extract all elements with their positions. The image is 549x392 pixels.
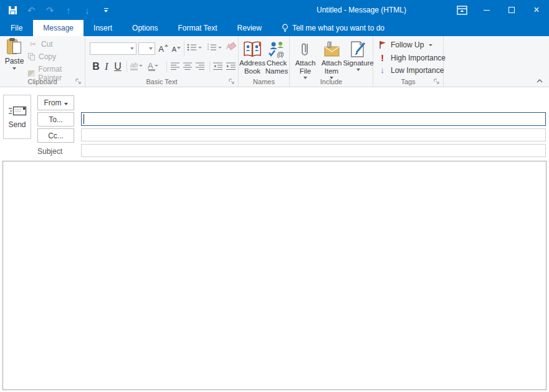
to-label: To... [49,115,63,124]
italic-icon: I [105,61,108,72]
save-icon [8,6,17,15]
copy-icon [28,53,36,60]
align-right-button[interactable] [196,62,205,70]
bullets-button[interactable] [187,44,202,51]
previous-item-button[interactable]: ↑ [62,3,75,17]
message-body-editor[interactable] [2,161,547,390]
grow-font-button[interactable]: A [158,42,169,55]
tab-message[interactable]: Message [33,20,84,36]
text-highlight-dropdown-icon [139,65,143,67]
tags-dialog-launcher[interactable] [434,79,440,85]
attach-item-button[interactable]: Attach Item [319,38,344,79]
clipboard-dialog-launcher[interactable] [75,79,82,85]
high-importance-button[interactable]: ! High Importance [378,53,446,63]
names-group-label: Names [239,78,289,85]
low-importance-label: Low Importance [391,66,444,75]
font-color-button[interactable]: A [148,61,158,70]
tell-me-box[interactable]: Tell me what you want to do [275,20,391,36]
paste-icon [7,38,22,55]
paste-label: Paste [5,57,24,65]
align-left-icon [171,62,180,70]
save-button[interactable] [6,3,19,17]
from-dropdown-icon [64,103,68,105]
text-cursor [84,114,84,124]
bullets-dropdown-icon [198,47,202,49]
svg-text:@: @ [277,50,284,58]
send-button[interactable]: Send [3,95,31,139]
quick-access-toolbar: ↶ ↷ ↑ ↓ [6,0,112,20]
align-center-icon [183,62,193,70]
signature-icon [350,38,366,58]
to-input[interactable] [81,112,546,126]
maximize-icon [508,7,515,13]
clear-formatting-icon: A [226,42,231,51]
redo-button[interactable]: ↷ [44,3,56,17]
tab-insert[interactable]: Insert [84,20,122,36]
copy-button[interactable]: Copy [28,52,56,61]
to-button[interactable]: To... [37,112,74,127]
tab-review[interactable]: Review [227,20,272,36]
low-importance-button[interactable]: ↓ Low Importance [378,65,444,75]
undo-button[interactable]: ↶ [25,3,37,17]
numbering-button[interactable] [207,44,222,51]
ribbon-tab-row: File Message Insert Options Format Text … [0,20,549,36]
close-icon: × [533,5,539,15]
subject-input[interactable] [81,144,546,157]
decrease-indent-button[interactable] [213,62,223,70]
signature-button[interactable]: Signature [345,38,372,71]
underline-button[interactable]: U [113,61,123,72]
cut-button[interactable]: ✂ Cut [28,40,53,49]
align-center-button[interactable] [183,62,193,70]
collapse-ribbon-button[interactable] [535,77,544,85]
tab-format-text[interactable]: Format Text [168,20,227,36]
text-highlight-button[interactable]: ab [130,61,143,70]
subject-label: Subject [37,147,62,156]
check-names-button[interactable]: @ Check Names [265,38,289,75]
clear-formatting-button[interactable]: A [226,42,231,51]
customize-quick-access-button[interactable] [100,3,112,17]
cc-button[interactable]: Cc... [37,128,74,143]
customize-quick-access-icon [104,8,108,12]
text-highlight-icon: ab [130,61,138,70]
italic-button[interactable]: I [102,61,111,72]
ribbon-display-options-button[interactable] [449,0,474,20]
address-book-button[interactable]: Address Book [241,38,264,75]
font-color-dropdown-icon [155,65,158,67]
tags-group-label: Tags [373,78,443,85]
basic-text-group-label: Basic Text [85,78,238,85]
next-item-button[interactable]: ↓ [81,3,93,17]
shrink-arrow-icon [177,45,181,49]
check-names-label: Check Names [265,59,289,75]
cc-label: Cc... [48,131,64,140]
tab-file[interactable]: File [0,20,33,36]
minimize-button[interactable] [474,0,499,20]
address-book-label: Address Book [239,59,265,75]
follow-up-flag-icon [378,41,387,49]
high-importance-label: High Importance [391,54,446,62]
cc-input[interactable] [81,128,546,141]
from-button[interactable]: From [37,95,74,110]
bold-button[interactable]: B [91,61,101,72]
paste-dropdown-icon [12,67,16,70]
maximize-button[interactable] [499,0,524,20]
align-left-button[interactable] [171,62,180,70]
compose-area: Send From To... Cc... Subject [0,88,549,392]
paste-button[interactable]: Paste [2,38,26,77]
basic-text-dialog-launcher[interactable] [229,79,235,85]
attach-file-button[interactable]: Attach File [293,38,318,79]
tab-options[interactable]: Options [122,20,168,36]
font-size-combo[interactable] [138,42,155,55]
font-name-combo[interactable] [90,42,136,55]
ribbon-display-options-icon [457,6,467,15]
from-label: From [44,98,62,107]
shrink-font-button[interactable]: A [171,44,181,55]
follow-up-button[interactable]: Follow Up [378,41,432,49]
close-button[interactable]: × [524,0,549,20]
follow-up-label: Follow Up [391,41,424,49]
increase-indent-button[interactable] [226,62,236,70]
window-controls: × [449,0,549,20]
bold-icon: B [92,61,100,72]
attach-file-label: Attach File [293,59,318,75]
send-label: Send [8,120,26,129]
tell-me-label: Tell me what you want to do [292,24,384,32]
